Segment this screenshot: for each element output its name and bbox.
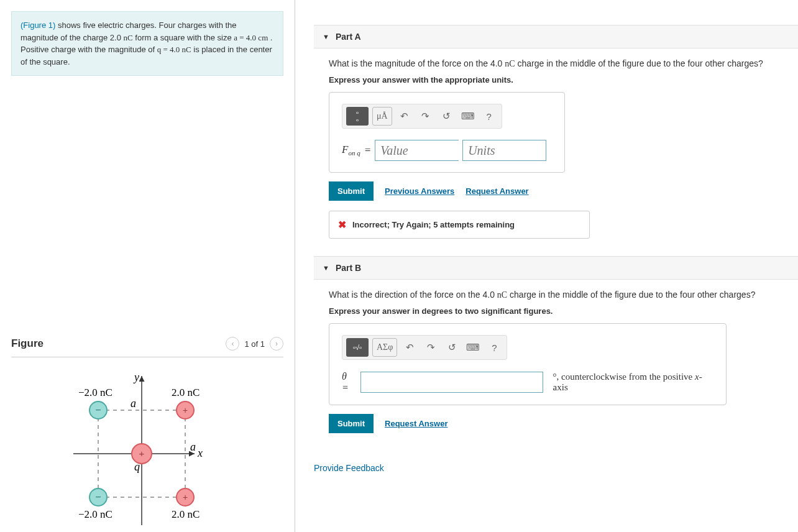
units-input[interactable] xyxy=(462,140,546,161)
root-template-icon[interactable]: ▫√▫ xyxy=(346,338,369,357)
qB-unit: nC xyxy=(497,290,507,300)
undo-icon[interactable]: ↶ xyxy=(396,108,413,124)
part-b-header[interactable]: ▼ Part B xyxy=(314,256,798,280)
figure-section: Figure ‹ 1 of 1 › y x − xyxy=(11,337,283,532)
feedback-text: Incorrect; Try Again; 5 attempts remaini… xyxy=(352,220,515,229)
keyboard-icon[interactable]: ⌨ xyxy=(459,108,477,124)
part-a-answer-box: ▫▫ μÅ ↶ ↷ ↺ ⌨ ? Fon q = xyxy=(329,92,565,173)
units-picker-icon[interactable]: μÅ xyxy=(372,107,392,126)
keyboard-icon[interactable]: ⌨ xyxy=(464,339,482,355)
part-b-title: Part B xyxy=(336,263,361,273)
value-input[interactable] xyxy=(375,140,459,161)
svg-text:+: + xyxy=(183,492,188,502)
part-a-header[interactable]: ▼ Part A xyxy=(314,25,798,48)
request-answer-link[interactable]: Request Answer xyxy=(385,419,447,428)
feedback-box: ✖ Incorrect; Try Again; 5 attempts remai… xyxy=(329,211,590,239)
part-a-submit-row: Submit Previous Answers Request Answer xyxy=(329,181,798,201)
reset-icon[interactable]: ↺ xyxy=(438,108,456,124)
a-label-top: a xyxy=(131,397,136,410)
qA-unit: nC xyxy=(505,59,515,68)
problem-statement: (Figure 1) shows five electric charges. … xyxy=(11,11,283,76)
part-b-instruction: Express your answer in degrees to two si… xyxy=(329,306,798,316)
figure-title: Figure xyxy=(11,337,44,350)
redo-icon[interactable]: ↷ xyxy=(422,339,439,355)
qA-post: charge in the middle of the figure due t… xyxy=(515,58,763,68)
figure-link[interactable]: (Figure 1) xyxy=(21,21,55,30)
variable-F: Fon q xyxy=(342,144,360,157)
svg-text:+: + xyxy=(183,405,188,415)
fraction-template-icon[interactable]: ▫▫ xyxy=(346,107,369,126)
provide-feedback-link[interactable]: Provide Feedback xyxy=(314,463,798,473)
part-a-instruction: Express your answer with the appropriate… xyxy=(329,75,798,85)
qA-pre: What is the magnitude of the force on th… xyxy=(329,58,505,68)
figure-next-button[interactable]: › xyxy=(270,337,283,351)
unit-nc: nC xyxy=(124,33,133,42)
caret-down-icon: ▼ xyxy=(323,264,329,272)
variable-theta: θ = xyxy=(342,371,355,393)
part-b-answer-box: ▫√▫ ΑΣφ ↶ ↷ ↺ ⌨ ? θ = °, counterclockwis… xyxy=(329,323,727,405)
suffix-x: x xyxy=(695,372,699,382)
theta-input[interactable] xyxy=(360,372,543,393)
caret-down-icon: ▼ xyxy=(323,33,329,40)
qB-post: charge in the middle of the figure due t… xyxy=(507,290,755,300)
submit-button[interactable]: Submit xyxy=(329,181,374,201)
svg-text:−: − xyxy=(95,405,101,415)
charge-tr-label: 2.0 nC xyxy=(172,387,200,398)
answer-suffix: °, counterclockwise from the positive x-… xyxy=(553,372,713,393)
eq-q: q = 4.0 nC xyxy=(157,45,191,54)
y-axis-label: y xyxy=(133,371,139,383)
a-label-side: a xyxy=(190,441,196,453)
redo-icon[interactable]: ↷ xyxy=(417,108,434,124)
reset-icon[interactable]: ↺ xyxy=(443,339,461,355)
request-answer-link[interactable]: Request Answer xyxy=(466,186,528,196)
equals-sign: = xyxy=(364,144,371,157)
svg-text:−: − xyxy=(95,492,101,502)
figure-prev-button[interactable]: ‹ xyxy=(226,337,239,351)
part-a-question: What is the magnitude of the force on th… xyxy=(329,58,798,69)
greek-picker-icon[interactable]: ΑΣφ xyxy=(372,338,397,357)
part-a-title: Part A xyxy=(336,32,361,42)
part-b-toolbar: ▫√▫ ΑΣφ ↶ ↷ ↺ ⌨ ? xyxy=(342,335,507,360)
part-b-submit-row: Submit Request Answer xyxy=(329,414,798,433)
charge-br-label: 2.0 nC xyxy=(172,508,200,520)
qB-pre: What is the direction of the force on th… xyxy=(329,290,497,300)
figure-diagram: y x − + − + + −2.0 nC 2.0 nC −2.0 nC 2.0… xyxy=(11,370,222,532)
x-axis-label: x xyxy=(197,447,203,459)
previous-answers-link[interactable]: Previous Answers xyxy=(385,186,454,196)
problem-text-2: form a square with the size xyxy=(133,33,234,42)
suffix-1: , counterclockwise from the positive xyxy=(557,372,695,382)
eq-a: a = 4.0 cm xyxy=(234,33,268,42)
right-panel: ▼ Part A What is the magnitude of the fo… xyxy=(295,0,798,532)
charge-bl-label: −2.0 nC xyxy=(78,508,112,520)
left-panel: (Figure 1) shows five electric charges. … xyxy=(0,0,295,532)
help-icon[interactable]: ? xyxy=(480,108,498,124)
part-b-question: What is the direction of the force on th… xyxy=(329,290,798,300)
part-b-body: What is the direction of the force on th… xyxy=(314,280,798,451)
help-icon[interactable]: ? xyxy=(485,339,503,355)
part-a-body: What is the magnitude of the force on th… xyxy=(314,48,798,256)
figure-nav: ‹ 1 of 1 › xyxy=(226,337,283,351)
figure-counter: 1 of 1 xyxy=(244,339,265,349)
figure-divider xyxy=(11,357,283,357)
svg-text:+: + xyxy=(139,448,145,459)
submit-button[interactable]: Submit xyxy=(329,414,374,433)
part-a-input-row: Fon q = xyxy=(342,140,552,161)
part-a-toolbar: ▫▫ μÅ ↶ ↷ ↺ ⌨ ? xyxy=(342,104,502,129)
incorrect-icon: ✖ xyxy=(338,219,346,231)
undo-icon[interactable]: ↶ xyxy=(401,339,418,355)
charge-tl-label: −2.0 nC xyxy=(78,387,112,398)
q-label: q xyxy=(134,461,140,473)
